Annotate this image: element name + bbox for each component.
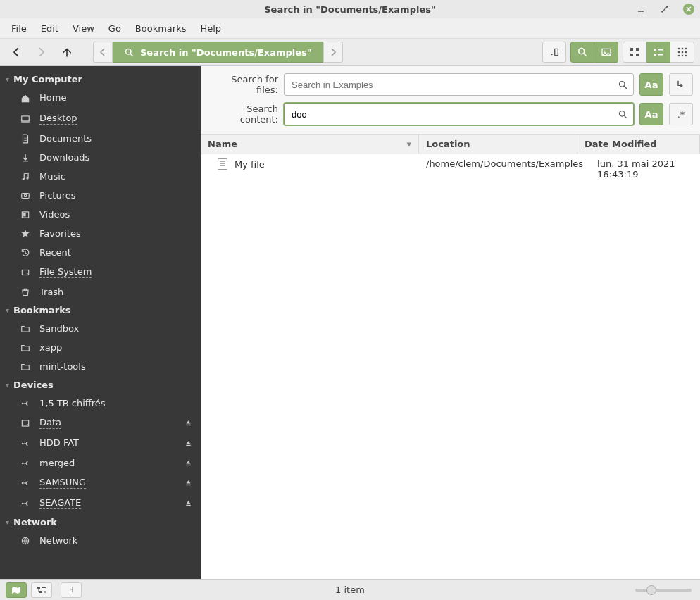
regex-button[interactable]: .* bbox=[669, 103, 693, 125]
compact-view-button[interactable] bbox=[670, 42, 694, 63]
search-content-field[interactable] bbox=[284, 103, 634, 125]
eject-icon[interactable] bbox=[185, 419, 192, 427]
sidebar-header-my-computer[interactable]: ▾ My Computer bbox=[0, 70, 201, 88]
sidebar-item-label: xapp bbox=[39, 342, 62, 353]
tree-pane-button[interactable] bbox=[31, 582, 52, 598]
column-header-location[interactable]: Location bbox=[419, 135, 577, 154]
svg-rect-14 bbox=[654, 54, 656, 56]
device-merged[interactable]: merged bbox=[0, 454, 201, 473]
sidebar-item-label: Recent bbox=[39, 247, 71, 258]
close-button[interactable] bbox=[683, 4, 694, 15]
table-row[interactable]: My file/home/clem/Documents/Exampleslun.… bbox=[201, 154, 700, 184]
bookmark-sandbox[interactable]: Sandbox bbox=[0, 319, 201, 338]
sidebar-header-devices[interactable]: ▾ Devices bbox=[0, 376, 201, 394]
path-prev-button[interactable] bbox=[93, 42, 113, 63]
forward-button[interactable] bbox=[31, 42, 52, 62]
sidebar-item-file-system[interactable]: File System bbox=[0, 262, 201, 282]
sidebar: ▾ My Computer HomeDesktopDocumentsDownlo… bbox=[0, 66, 201, 579]
menu-help[interactable]: Help bbox=[194, 21, 227, 36]
toggle-location-button[interactable] bbox=[542, 42, 566, 63]
window-title: Search in "Documents/Examples" bbox=[0, 4, 700, 15]
svg-rect-3 bbox=[555, 49, 558, 55]
svg-rect-15 bbox=[658, 54, 663, 56]
menu-go[interactable]: Go bbox=[103, 21, 127, 36]
sidebar-item-pictures-icon bbox=[20, 191, 31, 201]
main-panel: Search for files: Aa Search content: bbox=[201, 66, 700, 579]
chevron-down-icon: ▾ bbox=[6, 75, 9, 83]
maximize-button[interactable] bbox=[659, 4, 670, 15]
search-icon[interactable] bbox=[612, 109, 633, 120]
back-button[interactable] bbox=[6, 42, 27, 62]
up-button[interactable] bbox=[56, 42, 77, 62]
menu-view[interactable]: View bbox=[67, 21, 100, 36]
sidebar-item-label: Data bbox=[39, 417, 61, 429]
device-merged-icon bbox=[20, 458, 31, 468]
sidebar-item-favorites[interactable]: Favorites bbox=[0, 224, 201, 243]
icon-view-button[interactable] bbox=[623, 42, 646, 63]
device-samsung[interactable]: SAMSUNG bbox=[0, 473, 201, 493]
svg-point-20 bbox=[681, 51, 683, 54]
eject-icon[interactable] bbox=[185, 499, 192, 507]
svg-point-28 bbox=[26, 177, 28, 179]
sidebar-item-trash[interactable]: Trash bbox=[0, 282, 201, 301]
sidebar-item-documents[interactable]: Documents bbox=[0, 129, 201, 148]
device-hdd-fat[interactable]: HDD FAT bbox=[0, 433, 201, 454]
device-seagate[interactable]: SEAGATE bbox=[0, 493, 201, 513]
recurse-button[interactable] bbox=[669, 73, 693, 96]
places-pane-button[interactable] bbox=[6, 582, 27, 598]
path-search-chip[interactable]: Search in "Documents/Examples" bbox=[113, 42, 323, 63]
svg-rect-33 bbox=[22, 270, 28, 275]
search-mode-button[interactable] bbox=[570, 42, 594, 63]
eject-icon[interactable] bbox=[185, 439, 192, 447]
svg-point-45 bbox=[22, 502, 23, 504]
sidebar-item-home[interactable]: Home bbox=[0, 88, 201, 108]
path-next-button[interactable] bbox=[323, 42, 343, 63]
thumbnails-button[interactable] bbox=[594, 42, 618, 63]
statusbar: ∃ 1 item bbox=[0, 579, 700, 600]
search-files-input[interactable] bbox=[285, 80, 612, 90]
sidebar-item-downloads[interactable]: Downloads bbox=[0, 148, 201, 167]
network-item[interactable]: Network bbox=[0, 531, 201, 550]
sidebar-item-label: Downloads bbox=[39, 152, 89, 163]
search-content-input[interactable] bbox=[285, 109, 612, 120]
device-data-icon bbox=[20, 418, 31, 428]
svg-rect-26 bbox=[21, 121, 30, 122]
sidebar-item-label: SEAGATE bbox=[39, 497, 81, 509]
column-header-date[interactable]: Date Modified bbox=[577, 135, 700, 154]
zoom-slider[interactable] bbox=[632, 589, 694, 592]
bookmark-sandbox-icon bbox=[20, 324, 31, 334]
sidebar-item-home-icon bbox=[20, 94, 31, 104]
menu-bookmarks[interactable]: Bookmarks bbox=[130, 21, 192, 36]
show-hidden-button[interactable]: ∃ bbox=[61, 582, 82, 598]
bookmark-mint-tools[interactable]: mint-tools bbox=[0, 357, 201, 376]
case-sensitive-files-button[interactable]: Aa bbox=[639, 73, 663, 96]
sidebar-item-desktop[interactable]: Desktop bbox=[0, 108, 201, 129]
search-files-field[interactable] bbox=[284, 73, 634, 96]
list-view-button[interactable] bbox=[646, 42, 670, 63]
eject-icon[interactable] bbox=[185, 479, 192, 487]
minimize-button[interactable] bbox=[635, 4, 646, 15]
menu-edit[interactable]: Edit bbox=[35, 21, 64, 36]
sidebar-header-bookmarks[interactable]: ▾ Bookmarks bbox=[0, 301, 201, 319]
results-body: My file/home/clem/Documents/Exampleslun.… bbox=[201, 154, 700, 184]
sidebar-item-videos[interactable]: Videos bbox=[0, 205, 201, 224]
device-1-5-tb-chiffr-s[interactable]: 1,5 TB chiffrés bbox=[0, 394, 201, 413]
column-header-name[interactable]: Name ▾ bbox=[201, 135, 419, 154]
bookmark-xapp[interactable]: xapp bbox=[0, 338, 201, 357]
eject-icon[interactable] bbox=[185, 459, 192, 467]
svg-point-27 bbox=[23, 178, 25, 180]
svg-point-18 bbox=[685, 48, 687, 50]
search-icon[interactable] bbox=[612, 80, 633, 90]
svg-rect-8 bbox=[630, 48, 633, 51]
svg-point-19 bbox=[677, 51, 680, 54]
case-sensitive-content-button[interactable]: Aa bbox=[639, 103, 663, 125]
device-data[interactable]: Data bbox=[0, 413, 201, 433]
sidebar-item-pictures[interactable]: Pictures bbox=[0, 186, 201, 205]
chevron-down-icon: ▾ bbox=[6, 518, 9, 526]
menu-file[interactable]: File bbox=[6, 21, 32, 36]
sidebar-item-recent[interactable]: Recent bbox=[0, 243, 201, 262]
sidebar-item-music[interactable]: Music bbox=[0, 167, 201, 186]
sidebar-header-network[interactable]: ▾ Network bbox=[0, 513, 201, 531]
device-samsung-icon bbox=[20, 478, 31, 488]
sidebar-item-desktop-icon bbox=[20, 114, 31, 124]
